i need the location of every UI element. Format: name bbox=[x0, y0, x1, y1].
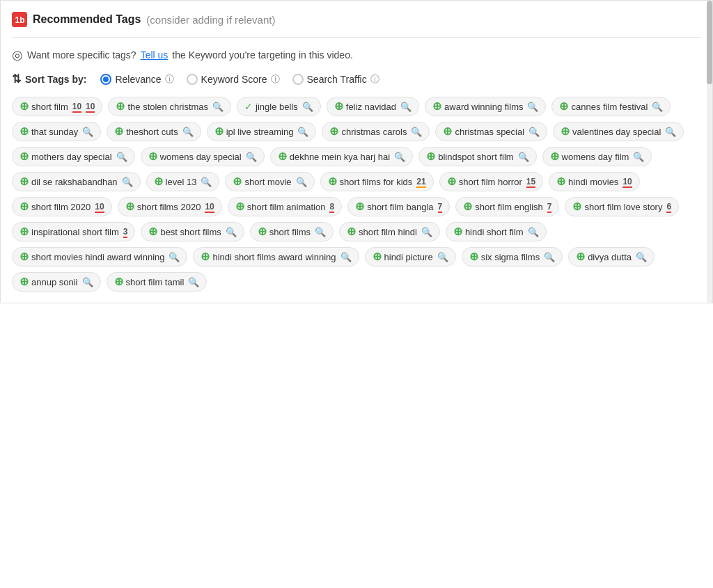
tag-pill[interactable]: ⊕annup sonii🔍 bbox=[12, 272, 101, 292]
tag-pill[interactable]: ⊕dekhne mein kya harj hai🔍 bbox=[270, 147, 414, 166]
tag-pill[interactable]: ⊕cannes film festival🔍 bbox=[551, 97, 671, 116]
search-icon: 🔍 bbox=[527, 102, 538, 112]
tag-pill[interactable]: ⊕christmas special🔍 bbox=[435, 122, 547, 141]
search-icon: 🔍 bbox=[411, 127, 422, 137]
tag-pill[interactable]: ⊕hindi movies10 bbox=[549, 172, 640, 191]
plus-icon: ⊕ bbox=[576, 251, 585, 262]
tag-label: valentines day special bbox=[572, 127, 661, 137]
scrollbar-track[interactable] bbox=[707, 1, 712, 303]
plus-icon: ⊕ bbox=[148, 151, 157, 162]
tag-pill[interactable]: ⊕the stolen christmas🔍 bbox=[108, 97, 231, 116]
sort-label: ⇅ Sort Tags by: bbox=[12, 72, 86, 86]
tag-pill[interactable]: ⊕ipl live streaming🔍 bbox=[207, 122, 317, 141]
tag-label: short film hindi bbox=[359, 227, 417, 237]
search-icon: 🔍 bbox=[116, 152, 127, 162]
plus-icon: ⊕ bbox=[347, 226, 356, 237]
search-icon: 🔍 bbox=[633, 152, 644, 162]
tag-pill[interactable]: ⊕short film horror15 bbox=[439, 172, 543, 191]
info-text-before: Want more specific tags? bbox=[27, 49, 136, 61]
search-icon: 🔍 bbox=[528, 227, 539, 237]
plus-icon: ⊕ bbox=[235, 201, 244, 212]
tag-pill[interactable]: ⊕level 13🔍 bbox=[146, 172, 220, 191]
tag-pill[interactable]: ⊕short film1010 bbox=[12, 97, 102, 116]
tag-label: annup sonii bbox=[31, 277, 78, 287]
search-icon: 🔍 bbox=[182, 127, 194, 137]
radio-group: Relevance ⓘ Keyword Score ⓘ Search Traff… bbox=[100, 73, 379, 86]
tag-pill[interactable]: ⊕womens day special🔍 bbox=[141, 147, 265, 166]
tag-pill[interactable]: ⊕theshort cuts🔍 bbox=[107, 122, 201, 141]
keyword-help-icon[interactable]: ⓘ bbox=[271, 73, 280, 86]
tag-pill[interactable]: ⊕inspirational short film3 bbox=[12, 222, 135, 241]
search-icon: 🔍 bbox=[400, 102, 412, 112]
tag-pill[interactable]: ⊕short film animation8 bbox=[228, 197, 342, 216]
tag-pill[interactable]: ⊕that sunday🔍 bbox=[12, 122, 101, 141]
tag-pill[interactable]: ⊕womens day film🔍 bbox=[542, 147, 652, 166]
tag-pill[interactable]: ⊕short films for kids21 bbox=[320, 172, 434, 191]
tag-label: mothers day special bbox=[31, 152, 112, 162]
tag-pill[interactable]: ⊕blindspot short film🔍 bbox=[418, 147, 536, 166]
radio-traffic-label: Search Traffic bbox=[307, 74, 367, 85]
tag-pill[interactable]: ⊕divya dutta🔍 bbox=[568, 247, 655, 267]
tag-score1: 10 bbox=[205, 202, 214, 212]
tag-pill[interactable]: ⊕mothers day special🔍 bbox=[12, 147, 135, 166]
tag-label: short film love story bbox=[584, 202, 662, 212]
tag-pill[interactable]: ⊕christmas carols🔍 bbox=[322, 122, 430, 141]
tag-label: short films bbox=[269, 227, 311, 237]
plus-icon: ⊕ bbox=[116, 101, 125, 112]
plus-icon: ⊕ bbox=[329, 126, 338, 137]
tag-pill[interactable]: ⊕best short films🔍 bbox=[141, 222, 244, 241]
relevance-help-icon[interactable]: ⓘ bbox=[165, 73, 174, 86]
radio-keyword-score[interactable]: Keyword Score ⓘ bbox=[187, 73, 280, 86]
tag-label: best short films bbox=[160, 227, 221, 237]
search-icon: 🔍 bbox=[340, 252, 352, 262]
scrollbar-thumb[interactable] bbox=[707, 1, 712, 84]
search-icon: 🔍 bbox=[296, 177, 307, 187]
check-icon: ✓ bbox=[244, 101, 253, 112]
tag-pill[interactable]: ⊕hindi picture🔍 bbox=[365, 247, 456, 267]
tag-pill[interactable]: ⊕hindi short film🔍 bbox=[446, 222, 547, 241]
search-icon: 🔍 bbox=[665, 127, 676, 137]
tag-pill[interactable]: ⊕short movies hindi award winning🔍 bbox=[12, 247, 187, 267]
tags-area: ⊕short film1010⊕the stolen christmas🔍✓ji… bbox=[12, 97, 701, 292]
search-icon: 🔍 bbox=[394, 152, 405, 162]
search-icon: 🔍 bbox=[201, 177, 212, 187]
tag-pill[interactable]: ⊕valentines day special🔍 bbox=[553, 122, 684, 141]
tag-label: that sunday bbox=[31, 127, 78, 137]
search-icon: 🔍 bbox=[528, 127, 540, 137]
tag-pill[interactable]: ⊕short film hindi🔍 bbox=[339, 222, 440, 241]
tag-label: christmas carols bbox=[341, 127, 407, 137]
tag-pill[interactable]: ⊕short film 202010 bbox=[12, 197, 112, 216]
plus-icon: ⊕ bbox=[556, 176, 565, 187]
tag-label: inspirational short film bbox=[31, 227, 119, 237]
radio-relevance-label: Relevance bbox=[115, 74, 161, 85]
search-icon: 🔍 bbox=[652, 102, 663, 112]
traffic-help-icon[interactable]: ⓘ bbox=[370, 73, 379, 86]
tag-pill[interactable]: ⊕short films🔍 bbox=[250, 222, 334, 241]
search-icon: 🔍 bbox=[212, 102, 224, 112]
tag-pill[interactable]: ⊕dil se rakshabandhan🔍 bbox=[12, 172, 141, 191]
tag-pill[interactable]: ✓jingle bells🔍 bbox=[237, 97, 321, 116]
tag-label: blindspot short film bbox=[438, 152, 513, 162]
tag-pill[interactable]: ⊕short films 202010 bbox=[118, 197, 222, 216]
tag-pill[interactable]: ⊕short film love story6 bbox=[565, 197, 679, 216]
tag-pill[interactable]: ⊕short film english7 bbox=[455, 197, 559, 216]
tag-label: theshort cuts bbox=[126, 127, 178, 137]
radio-relevance[interactable]: Relevance ⓘ bbox=[100, 73, 173, 86]
plus-icon: ⊕ bbox=[432, 101, 441, 112]
tag-pill[interactable]: ⊕feliz navidad🔍 bbox=[327, 97, 419, 116]
tag-score1: 3 bbox=[123, 227, 128, 237]
tag-pill[interactable]: ⊕award winning films🔍 bbox=[425, 97, 546, 116]
radio-search-traffic[interactable]: Search Traffic ⓘ bbox=[292, 73, 379, 86]
tag-pill[interactable]: ⊕short film bangla7 bbox=[347, 197, 450, 216]
tag-pill[interactable]: ⊕short movie🔍 bbox=[225, 172, 314, 191]
tag-label: short film bangla bbox=[367, 202, 433, 212]
tag-pill[interactable]: ⊕short film tamil🔍 bbox=[107, 272, 207, 292]
tag-pill[interactable]: ⊕six sigma films🔍 bbox=[462, 247, 563, 267]
main-container: 1b Recommended Tags (consider adding if … bbox=[0, 0, 713, 303]
plus-icon: ⊕ bbox=[258, 226, 267, 237]
radio-relevance-circle bbox=[100, 74, 111, 85]
tell-us-link[interactable]: Tell us bbox=[141, 49, 169, 61]
plus-icon: ⊕ bbox=[550, 151, 559, 162]
tag-pill[interactable]: ⊕hindi short films award winning🔍 bbox=[193, 247, 359, 267]
tag-label: womens day film bbox=[562, 152, 629, 162]
